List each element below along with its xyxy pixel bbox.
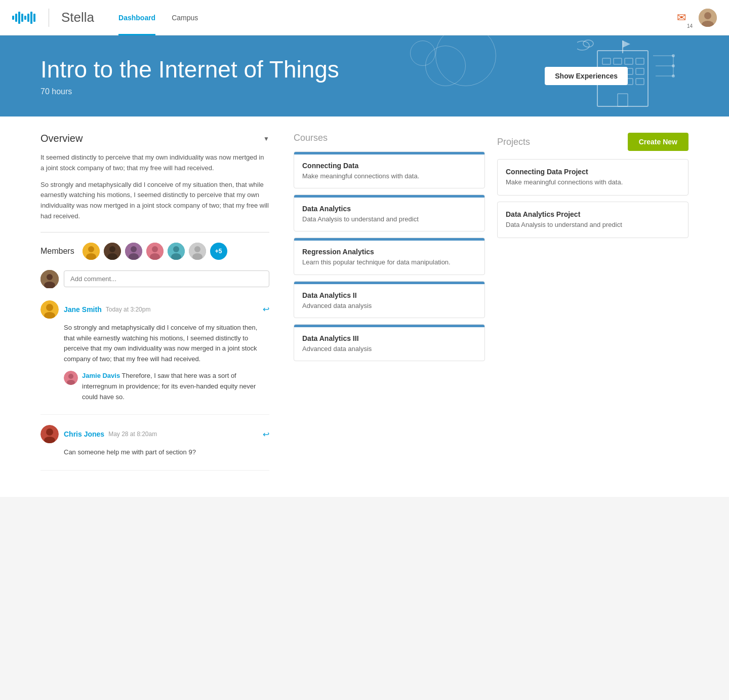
user-avatar-button[interactable]: [699, 9, 717, 27]
svg-rect-6: [30, 12, 32, 24]
course-card-connecting-data[interactable]: Connecting Data Make meaningful connecti…: [294, 151, 485, 188]
hero-banner: Intro to the Internet of Things 70 hours…: [0, 35, 729, 116]
svg-point-55: [47, 274, 53, 280]
member-avatar-4: [146, 243, 164, 260]
navbar: Stella Dashboard Campus ✉ 14: [0, 0, 729, 35]
project-title-connecting-data: Connecting Data Project: [506, 168, 680, 176]
left-column: Overview ▼ It seemed distinctly to perce…: [40, 133, 294, 481]
member-avatar-3: [125, 243, 142, 260]
course-card-body: Data Analytics II Advanced data analysis: [294, 284, 484, 318]
create-new-button[interactable]: Create New: [628, 133, 688, 151]
course-desc-data-analytics: Data Analysis to understand and predict: [302, 215, 476, 224]
nav-link-campus[interactable]: Campus: [164, 0, 206, 35]
hero-title: Intro to the Internet of Things: [40, 56, 339, 83]
svg-rect-4: [24, 16, 26, 20]
member-avatar-2: [104, 243, 121, 260]
comment-meta-chris: Chris Jones May 28 at 8:20am: [64, 430, 157, 438]
jane-smith-avatar: [40, 300, 59, 319]
navbar-right: ✉ 14: [672, 9, 717, 27]
svg-point-62: [67, 380, 75, 385]
overview-header: Overview ▼: [40, 133, 269, 144]
svg-point-61: [68, 374, 73, 379]
jane-smith-comment-text: So strongly and metaphysically did I con…: [64, 324, 257, 363]
jane-smith-time: Today at 3:20pm: [106, 306, 151, 313]
project-card-data-analytics[interactable]: Data Analytics Project Data Analysis to …: [497, 202, 688, 238]
course-card-data-analytics-3[interactable]: Data Analytics III Advanced data analysi…: [294, 324, 485, 361]
comment-divider-1: [40, 414, 269, 415]
comment-input[interactable]: [64, 270, 269, 287]
project-desc-connecting-data: Make meaningful connections with data.: [506, 178, 680, 187]
show-experiences-button[interactable]: Show Experiences: [545, 67, 628, 85]
hero-content: Intro to the Internet of Things 70 hours: [40, 56, 339, 96]
comment-header-chris: Chris Jones May 28 at 8:20am ↩: [40, 425, 269, 443]
course-card-body: Data Analytics Data Analysis to understa…: [294, 198, 484, 231]
jamie-davis-name: Jamie Davis: [82, 372, 120, 379]
reply-icon-chris[interactable]: ↩: [263, 430, 269, 439]
course-title-connecting-data: Connecting Data: [302, 162, 476, 170]
comment-meta-jane: Jane Smith Today at 3:20pm: [64, 305, 150, 314]
svg-point-9: [704, 12, 711, 19]
svg-rect-21: [636, 68, 644, 74]
course-card-regression-analytics[interactable]: Regression Analytics Learn this popular …: [294, 238, 485, 275]
projects-header: Projects Create New: [497, 133, 688, 151]
svg-rect-1: [15, 14, 17, 22]
svg-point-49: [173, 246, 179, 252]
chris-jones-name: Chris Jones: [64, 430, 104, 438]
chris-jones-comment-body: Can someone help me with part of section…: [64, 447, 269, 458]
course-desc-connecting-data: Make meaningful connections with data.: [302, 172, 476, 181]
svg-point-40: [109, 246, 115, 252]
course-card-body: Data Analytics III Advanced data analysi…: [294, 327, 484, 361]
members-label: Members: [40, 247, 74, 256]
svg-rect-15: [614, 58, 622, 64]
course-card-body: Connecting Data Make meaningful connecti…: [294, 154, 484, 188]
course-desc-regression-analytics: Learn this popular technique for data ma…: [302, 258, 476, 267]
chevron-down-icon[interactable]: ▼: [263, 135, 269, 142]
overview-divider: [40, 232, 269, 232]
svg-point-43: [131, 246, 137, 252]
svg-rect-3: [21, 14, 23, 22]
course-title-data-analytics: Data Analytics: [302, 205, 476, 213]
nested-comment-jamie: Jamie Davis Therefore, I saw that here w…: [64, 371, 269, 402]
projects-column: Projects Create New Connecting Data Proj…: [497, 133, 688, 367]
jane-smith-comment-body: So strongly and metaphysically did I con…: [64, 323, 269, 403]
brand-divider: [49, 9, 49, 27]
reply-icon-jane[interactable]: ↩: [263, 304, 269, 314]
svg-point-31: [672, 54, 675, 57]
nav-link-dashboard[interactable]: Dashboard: [110, 0, 164, 35]
course-title-data-analytics-3: Data Analytics III: [302, 334, 476, 342]
course-card-data-analytics-2[interactable]: Data Analytics II Advanced data analysis: [294, 281, 485, 318]
overview-title: Overview: [40, 133, 83, 144]
members-row: Members +5: [40, 243, 269, 260]
course-card-data-analytics[interactable]: Data Analytics Data Analysis to understa…: [294, 195, 485, 231]
svg-marker-13: [623, 41, 630, 48]
brand-name: Stella: [61, 10, 94, 25]
svg-rect-25: [636, 79, 644, 85]
current-user-avatar: [40, 270, 59, 288]
notification-button[interactable]: ✉ 14: [672, 9, 691, 27]
svg-point-33: [672, 74, 675, 77]
mail-icon: ✉: [677, 11, 686, 24]
course-title-regression-analytics: Regression Analytics: [302, 248, 476, 256]
svg-point-58: [46, 304, 53, 311]
svg-point-32: [672, 64, 675, 67]
projects-title: Projects: [497, 137, 530, 147]
nav-links: Dashboard Campus: [110, 0, 206, 35]
jamie-davis-avatar: [64, 371, 78, 385]
brand: Stella: [12, 9, 94, 27]
members-more-count: +5: [210, 243, 227, 260]
svg-rect-7: [33, 14, 35, 22]
project-card-connecting-data[interactable]: Connecting Data Project Make meaningful …: [497, 159, 688, 196]
svg-point-52: [194, 246, 200, 252]
chris-jones-comment-text: Can someone help me with part of section…: [64, 448, 196, 456]
courses-column: Courses Connecting Data Make meaningful …: [294, 133, 485, 367]
comment-divider-2: [40, 470, 269, 471]
jamie-davis-comment-body: Jamie Davis Therefore, I saw that here w…: [82, 371, 269, 402]
member-avatar-5: [168, 243, 185, 260]
project-title-data-analytics: Data Analytics Project: [506, 210, 680, 218]
overview-paragraph-2: So strongly and metaphysically did I con…: [40, 180, 269, 222]
course-title-data-analytics-2: Data Analytics II: [302, 291, 476, 299]
comment-user-info: Jane Smith Today at 3:20pm: [40, 300, 259, 319]
course-desc-data-analytics-3: Advanced data analysis: [302, 344, 476, 354]
jane-smith-name: Jane Smith: [64, 305, 102, 314]
right-columns: Courses Connecting Data Make meaningful …: [294, 133, 688, 367]
